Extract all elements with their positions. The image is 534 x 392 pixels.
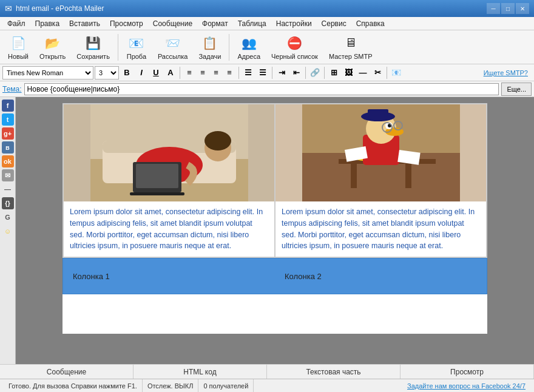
menubar: ФайлПравкаВставитьПросмотрСообщениеФорма… (0, 17, 534, 30)
status-facebook-link[interactable]: Задайте нам вопрос на Facebook 24/7 (407, 382, 526, 390)
scrooge-svg (302, 104, 460, 201)
list-ul-button[interactable]: ☰ (242, 66, 255, 79)
menu-item-правка[interactable]: Правка (30, 18, 65, 29)
formatbar: Times New Roman 3 B I U A ≡ ≡ ≡ ≡ ☰ ☰ ⇥ … (0, 64, 534, 81)
toolbar-btn-probe[interactable]: 📧Проба (122, 33, 151, 62)
save-icon: 💾 (85, 35, 102, 52)
subject-input[interactable] (24, 83, 499, 95)
blue-banner: Колонка 1 Колонка 2 (63, 258, 487, 294)
app-title: html email - ePochta Mailer (16, 4, 487, 13)
italic-button[interactable]: I (135, 66, 148, 79)
special-button[interactable]: ✂ (371, 66, 384, 79)
align-center-button[interactable]: ≡ (196, 66, 209, 79)
subjectbar: Тема: Еще... (0, 81, 534, 97)
bottom-tabs: СообщениеHTML кодТекстовая частьПросмотр (0, 364, 534, 379)
social-btn-gc[interactable]: G (2, 211, 14, 223)
maximize-button[interactable]: □ (501, 3, 515, 14)
indent-button[interactable]: ⇥ (275, 66, 288, 79)
link-button[interactable]: 🔗 (308, 66, 322, 79)
status-recipients: 0 получателей (198, 379, 254, 392)
toolbar-btn-tasks[interactable]: 📋Задачи (194, 33, 225, 62)
social-btn-gp[interactable]: g+ (2, 127, 14, 140)
social-btn-ok[interactable]: ok (2, 155, 14, 167)
two-column-section: Lorem ipsum dolor sit amet, consectetur … (63, 103, 487, 258)
svg-rect-8 (136, 164, 178, 188)
tab-preview[interactable]: Просмотр (400, 365, 534, 379)
tab-html[interactable]: HTML код (134, 365, 267, 379)
canvas-area[interactable]: Lorem ipsum dolor sit amet, consectetur … (16, 97, 534, 364)
tasks-icon: 📋 (201, 35, 218, 52)
social-btn-fb[interactable]: f (2, 100, 14, 112)
menu-item-справка[interactable]: Справка (351, 18, 390, 29)
status-tracking: Отслеж. ВЫКЛ (143, 379, 199, 392)
svg-point-6 (204, 131, 231, 150)
font-color-button[interactable]: A (164, 66, 177, 79)
column-2-image (275, 104, 486, 201)
banner-col-1: Колонка 1 (63, 272, 275, 281)
svg-rect-14 (351, 164, 357, 188)
align-right-button[interactable]: ≡ (209, 66, 223, 79)
align-left-button[interactable]: ≡ (183, 66, 196, 79)
tab-message[interactable]: Сообщение (0, 365, 134, 379)
toolbar-separator (229, 34, 229, 61)
new-label: Новый (8, 53, 29, 60)
more-button[interactable]: Еще... (501, 83, 532, 96)
social-btn-br[interactable]: — (2, 183, 14, 195)
toolbar-btn-blacklist[interactable]: ⛔Черный список (267, 33, 322, 62)
column-2-block: Lorem ipsum dolor sit amet, consectetur … (275, 104, 487, 257)
underline-button[interactable]: U (149, 66, 163, 79)
tab-text[interactable]: Текстовая часть (267, 365, 400, 379)
menu-item-сообщение[interactable]: Сообщение (148, 18, 197, 29)
toolbar-btn-smtp[interactable]: 🖥Мастер SMTP (325, 33, 377, 62)
menu-item-просмотр[interactable]: Просмотр (105, 18, 148, 29)
send-label: Рассылка (158, 53, 188, 60)
social-sidebar: ftg+вok✉—{}G☺ (0, 97, 16, 364)
outdent-button[interactable]: ⇤ (289, 66, 303, 79)
minimize-button[interactable]: ─ (487, 3, 500, 14)
toolbar-btn-new[interactable]: 📄Новый (4, 33, 33, 62)
social-btn-vk[interactable]: в (2, 141, 14, 154)
menu-item-файл[interactable]: Файл (2, 18, 30, 29)
smtp-link[interactable]: Ищете SMTP? (480, 69, 532, 76)
menu-item-настройки[interactable]: Настройки (271, 18, 317, 29)
open-label: Открыть (39, 53, 66, 60)
subject-label[interactable]: Тема: (2, 85, 22, 93)
menu-item-формат[interactable]: Формат (197, 18, 233, 29)
save-label: Сохранить (76, 53, 110, 60)
social-btn-brace[interactable]: {} (2, 197, 14, 209)
toolbar-btn-addr[interactable]: 👥Адреса (233, 33, 265, 62)
list-ol-button[interactable]: ☰ (256, 66, 269, 79)
toolbar-btn-save[interactable]: 💾Сохранить (72, 33, 114, 62)
font-select[interactable]: Times New Roman (2, 66, 93, 79)
menu-item-таблица[interactable]: Таблица (233, 18, 271, 29)
status-facebook-link-section: Задайте нам вопрос на Facebook 24/7 (402, 379, 530, 392)
app-icon: ✉ (5, 4, 12, 13)
image-button[interactable]: 🖼 (342, 66, 355, 79)
hr-button[interactable]: — (356, 66, 370, 79)
menu-item-вставить[interactable]: Вставить (64, 18, 105, 29)
close-button[interactable]: ✕ (516, 3, 529, 14)
column-1-image (64, 104, 274, 201)
addr-label: Адреса (237, 53, 260, 60)
svg-rect-9 (130, 192, 184, 195)
svg-rect-15 (405, 164, 411, 188)
column-2-text: Lorem ipsum dolor sit amet, consectetur … (275, 201, 486, 257)
banner-col-2: Колонка 2 (275, 272, 487, 281)
size-select[interactable]: 3 (95, 66, 119, 79)
align-justify-button[interactable]: ≡ (223, 66, 236, 79)
probe-icon: 📧 (128, 35, 145, 52)
table-button[interactable]: ⊞ (327, 66, 340, 79)
window-controls: ─ □ ✕ (487, 3, 529, 14)
menu-item-сервис[interactable]: Сервис (317, 18, 351, 29)
blacklist-icon: ⛔ (286, 35, 303, 52)
social-btn-em[interactable]: ✉ (2, 169, 14, 181)
bold-button[interactable]: B (120, 66, 134, 79)
social-btn-tw[interactable]: t (2, 113, 14, 126)
tasks-label: Задачи (198, 53, 221, 60)
toolbar-btn-open[interactable]: 📂Открыть (35, 33, 70, 62)
addr-icon: 👥 (240, 35, 257, 52)
column-1-block: Lorem ipsum dolor sit amet, consectetur … (63, 104, 275, 257)
toolbar-btn-send[interactable]: 📨Рассылка (154, 33, 192, 62)
extra-button[interactable]: 📧 (390, 66, 403, 79)
social-btn-smile[interactable]: ☺ (2, 225, 14, 237)
